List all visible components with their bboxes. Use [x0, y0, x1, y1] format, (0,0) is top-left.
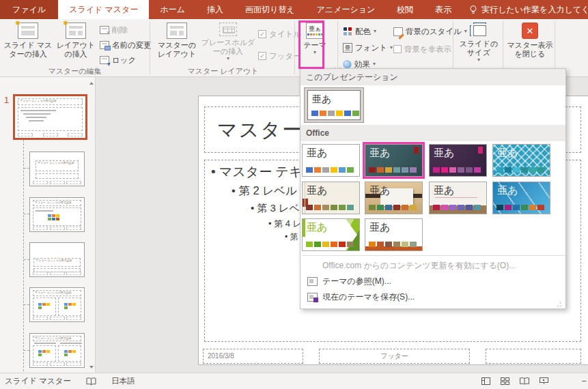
insert-slide-master-button[interactable]: ✷ スライド マスターの挿入 [3, 21, 53, 66]
insert-layout-button[interactable]: ✷ レイアウトの挿入 [55, 21, 97, 66]
theme-swatches [306, 167, 354, 173]
preserve-button[interactable]: ロック [100, 53, 136, 67]
theme-glyph: 亜あ [369, 221, 390, 233]
group-separator [150, 21, 150, 74]
connector-stub [24, 168, 29, 169]
fonts-icon: 亜 [343, 43, 352, 53]
preserve-label: ロック [112, 55, 136, 66]
colors-button[interactable]: 配色▾ [343, 25, 376, 38]
reading-view-icon[interactable] [520, 377, 529, 385]
close-master-view-button[interactable]: ✕ マスター表示を閉じる [506, 21, 554, 66]
title-checkbox-label: タイトル [269, 29, 301, 40]
checked-checkbox-icon: ✓ [258, 52, 266, 60]
scroll-up-arrow[interactable] [87, 79, 95, 87]
scroll-down-arrow[interactable] [87, 363, 95, 371]
background-styles-button[interactable]: 背景のスタイル▾ [393, 25, 467, 38]
master-layout-button[interactable]: マスターのレイアウト [154, 21, 199, 66]
current-theme-thumbnail[interactable]: 亜あ [307, 90, 361, 120]
rename-button[interactable]: 名前の変更 [100, 38, 152, 52]
theme-thumbnail-organic[interactable]: 亜あ [302, 182, 360, 214]
layout-thumbnail-title-slide[interactable]: マスター タイトルの書式設定 [29, 152, 85, 186]
insert-layout-label: レイアウトの挿入 [55, 41, 97, 59]
theme-thumbnail-slice[interactable]: 亜あ [492, 182, 550, 214]
slide-sorter-icon[interactable] [501, 377, 509, 385]
themes-button[interactable]: 亜ぁ テーマ ▾ [301, 21, 328, 66]
ribbon-tab-7[interactable]: 校閲 [386, 0, 424, 19]
theme-swatches [496, 205, 544, 210]
menu-item-label: Office.com からのコンテンツ更新を有効にする(O)... [322, 260, 516, 272]
tell-me-search[interactable]: 実行したい作業を入力してください [462, 0, 588, 19]
ribbon-tab-8[interactable]: 表示 [424, 0, 462, 19]
theme-thumbnail-integral[interactable]: 亜あ [492, 144, 550, 177]
theme-glyph: 亜あ [369, 184, 390, 197]
delete-button: 削除 [100, 23, 128, 37]
group-separator [294, 21, 295, 74]
proofing-book-icon[interactable] [86, 377, 96, 386]
slide-master-thumbnail[interactable]: マスター タイトルの書式設定 [13, 94, 87, 140]
master-layout-icon [167, 23, 187, 39]
menu-item-label: テーマの参照(M)... [322, 276, 391, 287]
slide-number: 1 [4, 95, 9, 105]
layout-connector-line [23, 140, 24, 371]
theme-thumbnail-wood[interactable]: 亜あ [365, 182, 423, 214]
search-label: 実行したい作業を入力してください [481, 4, 588, 16]
theme-thumbnail-ion[interactable]: 亜あ [365, 144, 423, 177]
powerpoint-window: ファイルスライド マスターホーム挿入画面切り替えアニメーション校閲表示 実行した… [0, 0, 588, 389]
close-icon: ✕ [522, 23, 538, 39]
language-status[interactable]: 日本語 [111, 376, 135, 386]
group-label-edit-master: マスターの編集 [0, 66, 150, 76]
theme-thumbnail-office[interactable]: 亜あ [302, 144, 360, 177]
ribbon-tab-bar: ファイルスライド マスターホーム挿入画面切り替えアニメーション校閲表示 実行した… [0, 0, 588, 19]
theme-thumbnail-gallery[interactable]: 亜あ [429, 182, 487, 214]
slideshow-icon[interactable] [540, 377, 548, 385]
rename-icon [100, 41, 109, 49]
theme-thumbnail-retrospect[interactable]: 亜あ [365, 218, 423, 251]
ribbon-tab-5[interactable]: 画面切り替え [234, 0, 306, 19]
ribbon-tab-1[interactable]: ファイル [0, 0, 58, 19]
date-text: 2016/3/8 [204, 349, 303, 363]
normal-view-icon[interactable] [481, 377, 490, 385]
slide-size-label: スライドのサイズ [458, 40, 500, 57]
menu-item-label: 現在のテーマを保存(S)... [322, 291, 415, 303]
ribbon-tab-6[interactable]: アニメーション [306, 0, 387, 19]
theme-thumbnail-facet[interactable]: 亜あ [302, 218, 360, 251]
fonts-label: フォント [355, 43, 387, 53]
theme-swatches [369, 167, 417, 173]
ribbon-tab-3[interactable]: ホーム [149, 0, 196, 19]
enable-content-updates-item: Office.com からのコンテンツ更新を有効にする(O)... [300, 258, 565, 274]
connector-stub [24, 304, 29, 305]
current-theme-selected-frame[interactable]: 亜あ [304, 87, 364, 123]
save-current-theme-item[interactable]: 現在のテーマを保存(S)... [300, 289, 565, 305]
theme-glyph: 亜あ [434, 147, 454, 159]
themes-dropdown: このプレゼンテーション 亜あ Office 亜あ亜あ亜あ亜あ亜あ亜あ亜あ亜あ亜あ… [300, 68, 566, 309]
layout-thumbnail-two-content[interactable]: マスター タイトルの書式設定 [29, 287, 85, 322]
ribbon-tab-2[interactable]: スライド マスター [58, 0, 149, 19]
theme-swatches [433, 205, 481, 210]
resize-grip[interactable]: .: [557, 300, 562, 308]
browse-themes-item[interactable]: テーマの参照(M)... [300, 274, 565, 289]
footer-placeholder[interactable]: フッター [319, 349, 470, 364]
theme-swatches [433, 167, 481, 173]
layout-thumbnail-section-header[interactable]: マスター タイトルの書式設定 [29, 242, 85, 277]
footer-checkbox-label: フッター [269, 51, 301, 61]
theme-swatches [369, 242, 417, 247]
layout-thumbnail-title-content[interactable]: マスター タイトルの書式設定 [29, 197, 85, 232]
browse-themes-icon [307, 277, 318, 286]
insert-placeholder-label: プレースホルダーの挿入 [201, 38, 255, 56]
section-header-this-presentation: このプレゼンテーション [300, 69, 565, 85]
slide-number-placeholder[interactable] [486, 349, 581, 364]
theme-thumbnail-ion-boardroom[interactable]: 亜あ [429, 144, 487, 177]
insert-placeholder-icon [219, 23, 237, 36]
group-label-master-layout: マスター レイアウト [152, 66, 294, 76]
ribbon-tab-4[interactable]: 挿入 [196, 0, 234, 19]
slide-size-button[interactable]: スライドのサイズ ▾ [458, 21, 500, 66]
menu-separator [302, 255, 565, 256]
zoom-out-icon[interactable]: − [581, 373, 587, 389]
theme-glyph: 亜あ [497, 147, 518, 159]
date-placeholder[interactable]: 2016/3/8 [203, 349, 303, 364]
layout-thumbnail-comparison[interactable]: マスター タイトルの書式設定 [29, 333, 85, 368]
checked-checkbox-icon: ✓ [258, 30, 266, 38]
ribbon-tabs: ファイルスライド マスターホーム挿入画面切り替えアニメーション校閲表示 [0, 0, 462, 19]
fonts-button[interactable]: 亜 フォント▾ [343, 41, 393, 55]
insert-slide-master-icon: ✷ [18, 23, 38, 39]
